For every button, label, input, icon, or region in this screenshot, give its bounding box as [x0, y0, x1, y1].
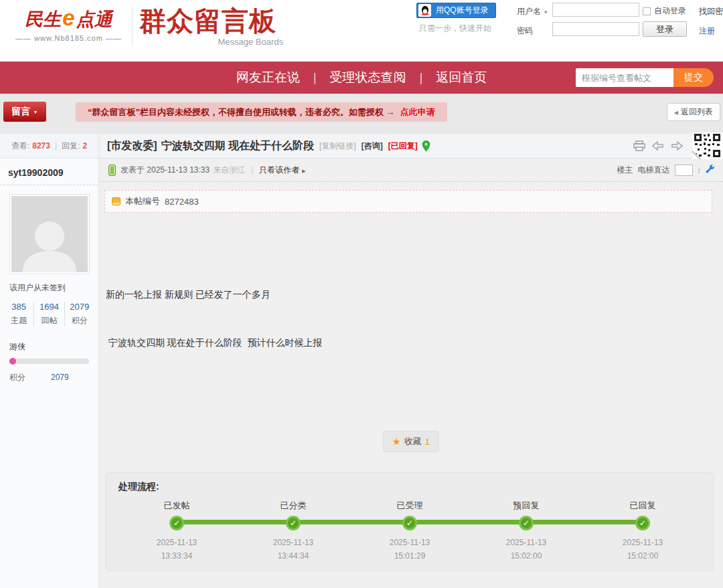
post-id-box: 本帖编号 8272483 — [104, 190, 712, 213]
nav-link-home[interactable]: 返回首页 — [436, 70, 487, 84]
notice-row: 留言▼ “群众留言板”栏目内容未经授权，不得擅自使用或转载，违者必究。如需授权 … — [0, 102, 723, 123]
divider: | — [55, 141, 57, 151]
thread-category: [市发改委] — [107, 139, 157, 153]
print-icon[interactable] — [633, 140, 645, 154]
logo-part2: e — [61, 5, 76, 30]
message-menu-button[interactable]: 留言▼ — [3, 102, 46, 122]
points-value: 2079 — [51, 373, 69, 382]
posted-from: 来自浙江 — [213, 165, 245, 176]
qq-login-button[interactable]: 用QQ账号登录 — [416, 3, 496, 18]
author-username[interactable]: syt19902009 — [0, 159, 98, 185]
timeline-step: 已分类 ✓ 2025-11-1313:44:34 — [235, 500, 351, 563]
stat-threads[interactable]: 385主题 — [4, 302, 34, 326]
timeline-step: 预回复 ✓ 2025-11-1315:02:00 — [468, 500, 584, 563]
password-input[interactable] — [552, 22, 639, 36]
check-icon: ✓ — [286, 516, 301, 530]
apply-link[interactable]: 点此申请 — [400, 107, 435, 117]
username-input[interactable] — [552, 3, 639, 17]
nav-link-now-talking[interactable]: 网友正在说 — [236, 70, 300, 84]
copyright-notice: “群众留言板”栏目内容未经授权，不得擅自使用或转载，违者必究。如需授权 →点此申… — [76, 102, 447, 122]
posted-time: 发表于 2025-11-13 13:33 — [120, 165, 210, 176]
main-nav: 网友正在说｜受理状态查阅｜返回首页 提交 — [0, 62, 723, 94]
logo-part3: 点通 — [76, 9, 112, 29]
timeline-step: 已发帖 ✓ 2025-11-1313:33:34 — [118, 500, 235, 563]
logo-url: —— www.Nb8185.com —— — [7, 34, 131, 42]
post1-meta-right: 楼主 电梯直达 ↕ — [617, 165, 716, 176]
notice-text: “群众留言板”栏目内容未经授权，不得擅自使用或转载，违者必究。如需授权 → — [88, 107, 395, 117]
author-stats: 385主题 1694回帖 2079积分 — [4, 302, 94, 326]
elevator-label: 电梯直达 — [638, 165, 670, 176]
floor-label: 楼主 — [617, 165, 633, 176]
favorite-count: 1 — [425, 437, 430, 447]
views-count: 8273 — [32, 141, 50, 151]
search-input[interactable] — [576, 68, 673, 87]
post1-meta-row: 发表于 2025-11-13 13:33 来自浙江 | 只看该作者▶ 楼主 电梯… — [99, 159, 723, 182]
logo-text: 民生e点通 — [7, 5, 131, 31]
checkbox-icon — [643, 7, 651, 15]
post1-body-row: syt19902009 该用户从未签到 385主题 1694回帖 2079积分 … — [0, 159, 723, 588]
thread-status-tag: [已回复] — [388, 140, 418, 152]
post-badge-icon — [108, 165, 116, 176]
thread-action-icons — [633, 140, 683, 154]
post1-text: 新的一轮上报 新规则 已经发了一个多月 宁波轨交四期 现在处于什么阶段 预计什么… — [106, 254, 712, 383]
favorite-row: ★ 收藏 1 — [99, 431, 723, 452]
post-id-search: 提交 — [576, 68, 714, 87]
qq-icon — [418, 4, 431, 17]
nav-separator: ｜ — [309, 72, 321, 84]
qr-code-icon[interactable] — [692, 132, 723, 159]
level-progress-bar — [9, 359, 89, 364]
login-button[interactable]: 登录 — [643, 21, 687, 37]
post1-text-line2: 宁波轨交四期 现在处于什么阶段 预计什么时候上报 — [106, 334, 712, 351]
site-logo[interactable]: 民生e点通 —— www.Nb8185.com —— — [7, 5, 131, 42]
timeline-step: 已回复 ✓ 2025-11-1315:02:00 — [584, 500, 701, 563]
back-to-list-label: 返回列表 — [681, 107, 713, 116]
thread-title-strip: 查看: 8273 | 回复: 2 [市发改委] 宁波轨交四期 现在处于什么阶段 … — [0, 134, 723, 159]
qq-login-label: 用QQ账号登录 — [436, 5, 489, 16]
sign-status: 该用户从未签到 — [9, 282, 89, 294]
wrench-icon[interactable] — [706, 165, 715, 176]
thread-title-bar: [市发改委] 宁波轨交四期 现在处于什么阶段 [复制链接] [咨询] [已回复] — [99, 134, 723, 158]
floor-stepper-icon[interactable]: ↕ — [698, 166, 702, 174]
register-link[interactable]: 注册 — [699, 25, 715, 37]
nav-link-status-check[interactable]: 受理状态查阅 — [330, 70, 406, 84]
points-row: 积分2079 — [9, 372, 89, 383]
thread-title: 宁波轨交四期 现在处于什么阶段 — [161, 139, 314, 153]
progress-knob — [9, 358, 16, 365]
post1-author-sidebar: syt19902009 该用户从未签到 385主题 1694回帖 2079积分 … — [0, 159, 99, 588]
process-timeline: 已发帖 ✓ 2025-11-1313:33:34 已分类 ✓ 2025-11-1… — [118, 500, 701, 563]
post-id-label: 本帖编号 — [125, 195, 160, 207]
points-label: 积分 — [9, 373, 25, 382]
check-icon: ✓ — [635, 516, 650, 530]
prev-thread-icon[interactable] — [652, 141, 664, 153]
user-level: 游侠 — [9, 341, 89, 353]
chevron-right-icon: ▶ — [302, 169, 305, 173]
post1-content: 发表于 2025-11-13 13:33 来自浙江 | 只看该作者▶ 楼主 电梯… — [99, 159, 723, 588]
avatar[interactable] — [10, 195, 89, 274]
page: 民生e点通 —— www.Nb8185.com —— 群众留言板 Message… — [0, 0, 723, 588]
next-thread-icon[interactable] — [671, 141, 683, 153]
username-label[interactable]: 用户名 ▼ — [517, 6, 548, 17]
stat-points[interactable]: 2079积分 — [65, 302, 94, 326]
process-title: 处理流程: — [118, 481, 701, 493]
timeline-step: 已受理 ✓ 2025-11-1315:01:29 — [351, 500, 468, 563]
copy-link[interactable]: [复制链接] — [319, 140, 356, 152]
check-icon: ✓ — [402, 516, 417, 530]
chevron-down-icon: ▼ — [543, 9, 548, 15]
stat-replies[interactable]: 1694回帖 — [34, 302, 64, 326]
floor-jump-input[interactable] — [675, 165, 693, 176]
qq-login-hint: 只需一步，快速开始 — [419, 23, 491, 34]
favorite-button[interactable]: ★ 收藏 1 — [383, 431, 439, 452]
forgot-password-link[interactable]: 找回密码 — [699, 6, 723, 17]
only-author-link[interactable]: 只看该作者▶ — [259, 165, 305, 176]
board-title-en: Message Boards — [139, 37, 283, 47]
replies-label: 回复: — [62, 140, 80, 152]
back-to-list-button[interactable]: ◀返回列表 — [667, 103, 720, 121]
auto-login-checkbox[interactable]: 自动登录 — [643, 5, 686, 17]
message-menu-label: 留言 — [12, 106, 31, 118]
favorite-label: 收藏 — [404, 435, 422, 448]
chevron-down-icon: ▼ — [33, 110, 38, 114]
submit-button[interactable]: 提交 — [673, 68, 714, 87]
board-title-cn: 群众留言板 — [139, 6, 276, 35]
location-pin-icon — [422, 140, 430, 152]
site-header: 民生e点通 —— www.Nb8185.com —— 群众留言板 Message… — [0, 0, 723, 62]
